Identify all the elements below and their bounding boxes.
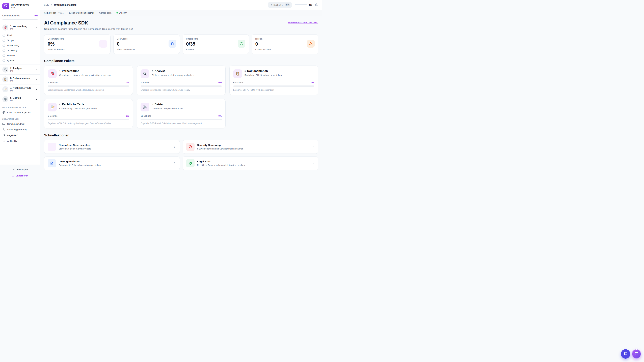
overall-progress-value: 0% <box>34 14 38 17</box>
sidebar-item-schulung-admin[interactable]: Schulung (Admin) <box>0 121 40 127</box>
sync-ok-dot <box>116 12 118 13</box>
switch-mode-link[interactable]: Zu Bestandskunden wechseln <box>288 21 318 24</box>
sidebar-section-vorbereitung[interactable]: 1. Vorbereitung 0% <box>0 23 40 32</box>
bar-chart-icon <box>99 40 107 48</box>
check-circle-icon <box>238 40 245 48</box>
search-shortcut-kbd: ⌘K <box>285 3 290 6</box>
quick-actions: Neuen Use Case erstellen Starten Sie den… <box>44 140 318 170</box>
action-legal-rag[interactable]: Legal RAG Rechtliche Fragen stellen und … <box>183 156 318 170</box>
packages-heading: Compliance-Pakete <box>44 59 318 63</box>
topbar: SDK Unternehmensprofil ⌘K 0% <box>40 0 322 10</box>
chevron-right-icon <box>50 4 53 6</box>
package-progress-bar <box>233 85 314 87</box>
search-input[interactable] <box>274 4 284 6</box>
action-security-screening[interactable]: Security Screening SBOM generieren und S… <box>183 140 318 154</box>
app-subtitle: SDK <box>11 6 29 9</box>
help-icon[interactable] <box>315 3 318 6</box>
sidebar-item-quellen[interactable]: Quellen <box>0 58 40 63</box>
stat-card-use-cases: Use Cases 0 Noch keine erstellt <box>113 34 180 54</box>
sidebar-item-legal-rag[interactable]: Legal RAG <box>0 132 40 138</box>
chevron-up-icon <box>35 26 38 29</box>
step-circle-icon <box>2 34 5 37</box>
packages-row-2: 4.Rechtliche Texte Kundenfähige Dokument… <box>44 99 318 128</box>
sidebar-section-analyse[interactable]: 2. Analyse 0% <box>0 65 40 74</box>
nav-section-text: 4. Rechtliche Texte 0% <box>10 87 33 92</box>
hero: AI Compliance SDK Neukunden-Modus: Erste… <box>44 20 318 30</box>
target-emoji-icon <box>48 69 57 78</box>
search-icon <box>270 3 272 6</box>
breadcrumb-root[interactable]: SDK <box>44 3 49 6</box>
chevron-right-icon <box>173 162 176 165</box>
sidebar-section-rechtliche-texte[interactable]: 4. Rechtliche Texte 0% <box>0 84 40 94</box>
breadcrumb-current: Unternehmensprofil <box>54 3 76 6</box>
step-circle-icon <box>2 44 5 47</box>
sidebar-item-profil[interactable]: Profil <box>0 33 40 38</box>
package-card-rechtliche-texte[interactable]: 4.Rechtliche Texte Kundenfähige Dokument… <box>44 99 133 128</box>
sidebar-item-ai-quality[interactable]: AI Quality <box>0 138 40 144</box>
sidebar-item-module[interactable]: Module <box>0 53 40 58</box>
clipboard-emoji-icon <box>2 76 8 82</box>
sidebar-subnav-vorbereitung: Profil Scope Anwendung Screening Module … <box>0 32 40 64</box>
package-progress-bar <box>140 119 222 120</box>
project-name: Kein Projekt <box>44 12 56 14</box>
chevron-down-icon <box>35 98 38 100</box>
package-card-vorbereitung[interactable]: 1.Vorbereitung Grundlagen erfassen, Ausg… <box>44 65 133 95</box>
main-content: AI Compliance SDK Neukunden-Modus: Erste… <box>40 16 322 181</box>
collapse-sidebar-button[interactable]: Einklappen <box>2 167 38 172</box>
action-new-use-case[interactable]: Neuen Use Case erstellen Starten Sie den… <box>44 140 180 154</box>
sidebar-nav: 1. Vorbereitung 0% Profil Scope Anwendun… <box>0 22 40 165</box>
search-box[interactable]: ⌘K <box>268 2 292 8</box>
app-title: AI Compliance <box>11 3 29 6</box>
package-progress-bar <box>140 85 222 87</box>
chevron-right-icon <box>173 145 176 148</box>
plus-icon <box>48 143 56 151</box>
package-progress-bar <box>48 85 129 87</box>
package-card-analyse[interactable]: 2.Analyse Risiken erkennen, Anforderunge… <box>137 65 226 95</box>
sidebar-section-dokumentation[interactable]: 3. Dokumentation 0% <box>0 74 40 84</box>
upload-icon <box>12 174 14 177</box>
file-text-icon <box>48 159 56 167</box>
sidebar-item-anwendung[interactable]: Anwendung <box>0 43 40 48</box>
alert-triangle-icon <box>307 40 314 48</box>
export-button[interactable]: Exportieren <box>2 173 38 178</box>
chevron-right-icon <box>312 145 314 148</box>
chevron-down-icon <box>35 88 38 91</box>
sidebar-item-schulung-learner[interactable]: Schulung (Learner) <box>0 127 40 132</box>
book-open-icon <box>2 122 5 125</box>
sidebar-header: AI Compliance SDK <box>0 0 40 12</box>
nav-section-text: 1. Vorbereitung 0% <box>10 25 33 30</box>
search-check-icon <box>186 159 194 167</box>
sidebar-section-betrieb[interactable]: 5. Betrieb 0% <box>0 94 40 104</box>
step-circle-icon <box>2 54 5 57</box>
clipboard-icon <box>168 40 176 48</box>
stats-row: Gesamtfortschritt 0% 0 von 35 Schritten … <box>44 34 318 54</box>
sidebar-item-screening[interactable]: Screening <box>0 48 40 53</box>
step-circle-icon <box>2 49 5 52</box>
sidebar-item-scope[interactable]: Scope <box>0 38 40 43</box>
clipboard-emoji-icon <box>233 69 242 78</box>
sidebar: AI Compliance SDK Gesamtfortschritt 0% 1… <box>0 0 40 181</box>
app-window: AI Compliance SDK Gesamtfortschritt 0% 1… <box>0 0 322 181</box>
package-card-dokumentation[interactable]: 3.Dokumentation Rechtliche Pflichtnachwe… <box>230 65 318 95</box>
memo-emoji-icon <box>2 86 8 92</box>
action-dsfa-generieren[interactable]: DSFA generieren Datenschutz-Folgenabscha… <box>44 156 180 170</box>
nav-section-text: 3. Dokumentation 0% <box>10 77 33 82</box>
last-edited-time: Gerade eben <box>99 12 112 14</box>
topbar-right: ⌘K 0% <box>268 2 318 8</box>
target-emoji-icon <box>2 24 8 30</box>
packages-row-1: 1.Vorbereitung Grundlagen erfassen, Ausg… <box>44 65 318 95</box>
chevrons-left-icon <box>12 168 15 171</box>
header-progress: 0% <box>295 3 312 6</box>
check-circle-icon <box>2 139 5 142</box>
sidebar-footer: Einklappen Exportieren <box>0 165 40 181</box>
status-bar: Kein Projekt V001 | Zuletzt: Unternehmen… <box>40 10 322 16</box>
page-title: AI Compliance SDK <box>44 20 133 26</box>
gear-emoji-icon <box>140 103 149 111</box>
app-logo <box>2 3 9 9</box>
header-progress-bar <box>295 4 307 5</box>
package-progress-bar <box>48 119 129 120</box>
chevron-right-icon <box>312 162 314 165</box>
package-card-betrieb[interactable]: 5.Betrieb Laufender Compliance-Betrieb 1… <box>137 99 226 128</box>
step-circle-icon <box>2 59 5 62</box>
sidebar-item-ce-compliance[interactable]: CE-Compliance (IACE) <box>0 109 40 115</box>
